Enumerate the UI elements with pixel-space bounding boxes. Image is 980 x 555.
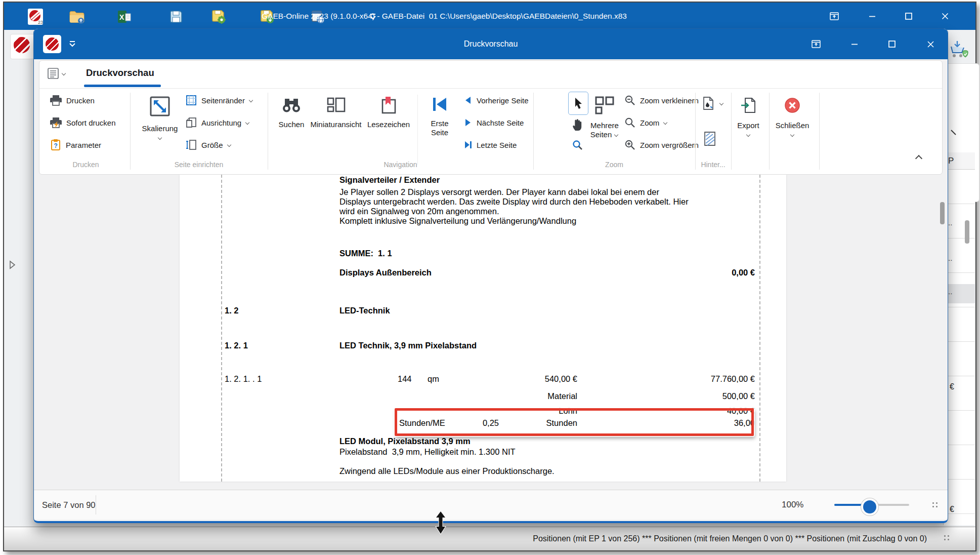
pan-tool-button[interactable] <box>571 117 585 134</box>
open-folder-icon[interactable] <box>68 8 86 26</box>
preview-minimize-button[interactable] <box>842 29 867 59</box>
instant-print-button[interactable]: Sofort drucken <box>50 115 116 130</box>
doc-position-number: 1. 2. 1. . 1 <box>225 374 262 384</box>
printer-icon <box>50 94 62 106</box>
chevron-down-icon <box>790 133 795 137</box>
export-label: Export <box>737 121 759 130</box>
preview-resize-grip[interactable] <box>932 502 938 507</box>
cursor-arrow-icon <box>573 97 583 109</box>
scaling-button[interactable]: Skalierung <box>138 95 182 140</box>
doc-sum-title: Displays Außenbereich <box>339 268 432 278</box>
group-label-drucken: Drucken <box>41 161 130 169</box>
zoom-tool-button[interactable] <box>572 139 584 153</box>
chevron-down-icon <box>663 121 668 125</box>
doc-section-number: 1. 2. 1 <box>225 341 248 350</box>
size-button[interactable]: Größe <box>185 137 232 152</box>
preview-close-button[interactable] <box>918 29 943 59</box>
scaling-icon <box>148 95 172 118</box>
close-preview-button[interactable]: Schließen <box>767 97 818 137</box>
previous-page-icon <box>463 96 473 105</box>
doc-paragraph-line: Komplett inklusive Signalverteilung und … <box>339 216 576 226</box>
orientation-button[interactable]: Ausrichtung <box>185 115 250 130</box>
zoom-out-icon <box>624 95 636 106</box>
orientation-icon <box>185 116 197 129</box>
tab-druckvorschau[interactable]: Druckvorschau <box>86 67 154 78</box>
app-close-button[interactable] <box>933 3 957 30</box>
first-page-label-line1: Erste <box>431 119 448 128</box>
magnifier-select-icon <box>572 139 584 151</box>
preview-maximize-button[interactable] <box>880 29 904 59</box>
parameter-button[interactable]: ? Parameter <box>50 137 101 152</box>
zoom-in-button[interactable]: Zoom vergrößern <box>624 137 699 152</box>
svg-text:?: ? <box>54 142 58 149</box>
print-preview-window: Druckvorschau Druckvorschau <box>33 28 948 523</box>
app-statusbar: Positionen (mit EP 1 von 256) *** Positi… <box>4 527 975 550</box>
parameter-clipboard-icon: ? <box>50 139 62 151</box>
doc-sum-value: 0,00 € <box>732 268 755 278</box>
doc-material-label: Material <box>547 391 577 401</box>
first-page-button[interactable]: Erste Seite <box>422 97 457 137</box>
previous-page-button[interactable]: Vorherige Seite <box>463 93 529 108</box>
search-button[interactable]: Suchen <box>272 96 311 129</box>
doc-section-title: LED-Technik <box>339 306 390 315</box>
ribbon-groups: Drucken Sofort drucken ? Parameter Druck… <box>39 88 942 174</box>
grid-cell-euro: € <box>950 505 954 514</box>
background-color-button[interactable] <box>701 96 724 111</box>
zoom-in-label: Zoom vergrößern <box>640 141 699 149</box>
group-divider <box>130 93 131 170</box>
app-maximize-button[interactable] <box>897 3 921 30</box>
zoom-out-button[interactable]: Zoom verkleinern <box>624 93 699 108</box>
doc-module-note: Zwingend alle LEDs/Module aus einer Prod… <box>339 466 555 476</box>
ribbon-menu-button[interactable] <box>47 67 66 80</box>
preview-ribbon: Druckvorschau Drucken Sofort drucken ? P… <box>39 60 943 175</box>
zoom-out-label: Zoom verkleinern <box>640 96 699 105</box>
export-button[interactable]: Export <box>728 97 769 137</box>
watermark-icon <box>703 131 716 146</box>
multiple-pages-button[interactable]: Mehrere Seiten <box>585 95 624 139</box>
ribbon-menu-icon <box>47 67 60 80</box>
shop-cart-icon <box>946 38 969 63</box>
doc-paragraph-line: wird ein Signalweg von 20m angenommen. <box>339 207 499 216</box>
svg-text:X: X <box>119 13 124 21</box>
app-resize-grip[interactable] <box>944 535 949 540</box>
app-restore-tab-button[interactable] <box>822 3 846 30</box>
preview-restore-tab-button[interactable] <box>804 29 828 59</box>
grid-column-header: P <box>944 152 975 170</box>
background-scrollbar-thumb[interactable] <box>965 220 969 244</box>
zoom-slider-thumb[interactable] <box>861 498 878 516</box>
next-page-label: Nächste Seite <box>477 118 524 127</box>
doc-paragraph-line: Displays untergebracht werden. Das zweit… <box>339 197 689 207</box>
doc-module-heading: LED Modul, Pixelabstand 3,9 mm <box>339 437 471 446</box>
zoom-level-label: 100% <box>782 490 803 520</box>
preview-scrollbar-thumb[interactable] <box>940 202 945 224</box>
doc-section-title: LED Technik, 3,9 mm Pixelabstand <box>339 341 477 350</box>
margins-button[interactable]: Seitenränder <box>185 93 253 108</box>
zoom-in-icon <box>624 139 636 151</box>
app-minimize-button[interactable] <box>860 3 884 30</box>
page-size-icon <box>185 139 197 151</box>
print-label: Drucken <box>66 96 95 105</box>
doc-module-spec: Pixelabstand 3,9 mm, Helligkeit min. 1.3… <box>339 447 516 457</box>
size-label: Größe <box>201 141 223 149</box>
margins-icon <box>185 94 197 106</box>
hand-icon <box>571 117 585 132</box>
margin-guide-right <box>759 175 760 482</box>
preview-statusbar: Seite 7 von 90 100% <box>34 490 948 520</box>
watermark-button[interactable] <box>703 131 716 148</box>
next-page-button[interactable]: Nächste Seite <box>463 115 524 130</box>
zoom-button[interactable]: Zoom <box>624 115 668 130</box>
group-divider <box>695 93 696 170</box>
orientation-label: Ausrichtung <box>201 118 241 127</box>
chevron-down-icon <box>158 136 162 140</box>
next-page-icon <box>463 118 473 127</box>
bookmark-icon <box>379 96 398 115</box>
thumbnails-button[interactable]: Miniaturansicht <box>307 96 365 129</box>
thumbnail-view-icon <box>325 96 347 114</box>
last-page-button[interactable]: Letzte Seite <box>463 137 517 152</box>
panel-expand-arrow-icon[interactable] <box>8 260 16 272</box>
print-button[interactable]: Drucken <box>50 93 95 108</box>
doc-paragraph-line: Je Player sollen 2 Displays versorgt wer… <box>339 187 659 197</box>
preview-surface[interactable]: Signalverteiler / Extender Je Player sol… <box>34 175 948 490</box>
ribbon-collapse-button[interactable] <box>916 152 922 162</box>
bookmarks-button[interactable]: Lesezeichen <box>364 96 413 129</box>
